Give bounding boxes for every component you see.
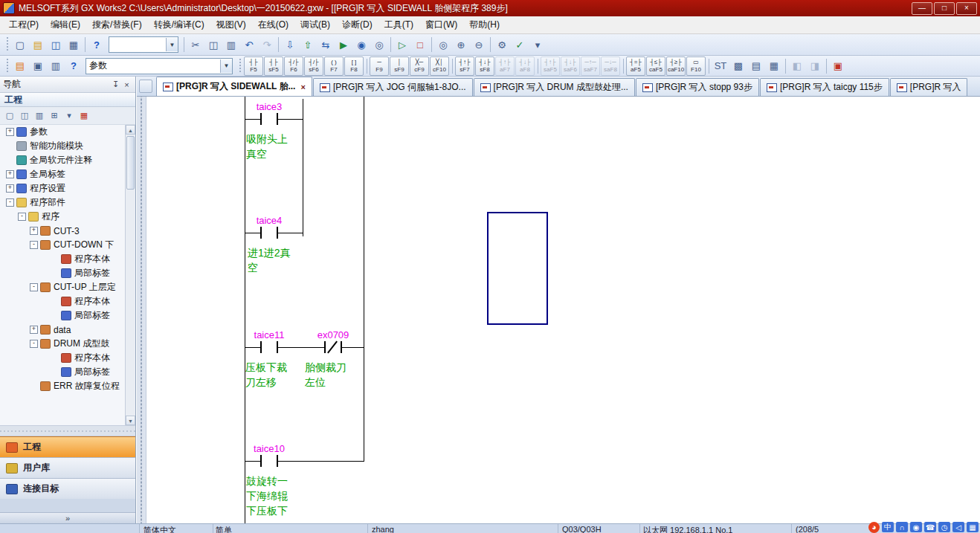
redo-icon[interactable]: ↷ — [258, 36, 276, 54]
panel-splitter[interactable] — [137, 97, 146, 524]
project-view-button[interactable]: 工程 — [0, 436, 135, 457]
tree-expander-icon[interactable]: - — [6, 198, 14, 207]
statement-edit-icon[interactable]: ▤ — [747, 57, 765, 75]
connection-destination-button[interactable]: 连接目标 — [0, 478, 135, 499]
menu-online[interactable]: 在线(O) — [252, 16, 294, 33]
panel-resize-grip[interactable] — [0, 425, 135, 436]
close-button[interactable]: × — [956, 2, 977, 15]
tree-item-err[interactable]: ERR 故障复位程 — [0, 379, 135, 393]
clock-icon[interactable]: ◷ — [938, 522, 950, 532]
parallel-close-contact-button[interactable]: ┤/├ sF6 — [304, 56, 323, 76]
tree-item-drum[interactable]: - DRUM 成型鼓 — [0, 337, 135, 351]
parallel-open-contact-button[interactable]: ┤├ sF5 — [264, 56, 283, 76]
ladder-editor[interactable]: taice3 吸附头上 真空 taice4 进1进2真 空 taice11 压板… — [137, 97, 980, 524]
ladder-key-button[interactable] — [367, 59, 367, 74]
tree-item-global-label[interactable]: + 全局标签 — [0, 167, 135, 181]
expand-all-icon[interactable]: ⊞ — [47, 109, 62, 123]
edit-line-button[interactable]: ▭ F10 — [686, 56, 706, 76]
horizontal-line-button[interactable]: ─ F9 — [370, 56, 389, 76]
application-instruction-button[interactable]: [ ] F8 — [344, 56, 364, 76]
invert-operation-button[interactable]: ─↑─ saF7 — [581, 56, 600, 76]
toolbar-icon[interactable] — [431, 37, 432, 52]
phone-icon[interactable]: ☎ — [924, 522, 936, 532]
pin-icon[interactable]: ↧ — [110, 80, 121, 89]
device-comment-edit-icon[interactable]: ▩ — [729, 57, 747, 75]
ime-icon[interactable]: 中 — [882, 522, 894, 532]
tab-taicgy[interactable]: [PRG]R 写入 taicgy 115步 — [760, 78, 889, 96]
monitor-write-mode-icon[interactable]: ◎ — [370, 36, 388, 54]
scrollbar-thumb[interactable] — [126, 136, 135, 190]
menu-view[interactable]: 视图(V) — [210, 16, 252, 33]
toolbar-icon[interactable] — [490, 37, 491, 52]
help2-icon[interactable]: ? — [65, 57, 83, 75]
start-monitor-icon[interactable]: ▷ — [393, 36, 411, 54]
print-icon[interactable]: ▦ — [65, 36, 83, 54]
toolbar-icon[interactable] — [390, 37, 391, 52]
undo-icon[interactable]: ↶ — [240, 36, 258, 54]
zoom-in-icon[interactable]: ⊕ — [452, 36, 470, 54]
invert-result-button[interactable]: ─↓─ saF8 — [601, 56, 620, 76]
tree-item-local-label[interactable]: 局部标签 — [0, 365, 135, 379]
program-check-icon[interactable]: ✓ — [511, 36, 529, 54]
tab-jog[interactable]: [PRG]R 写入 JOG 伺服轴1-8JO... — [313, 78, 473, 96]
tree-expander-icon[interactable]: - — [30, 340, 38, 348]
copy-icon[interactable]: ◫ — [204, 36, 222, 54]
tree-item-pou[interactable]: - 程序部件 — [0, 196, 135, 210]
tab-partial[interactable]: [PRG]R 写入 — [890, 78, 968, 96]
stop-monitor-icon[interactable]: □ — [411, 36, 429, 54]
falling-pulse-button[interactable]: ┤↓├ sF8 — [475, 56, 494, 76]
rising-pulse-button[interactable]: ┤↑├ sF7 — [455, 56, 474, 76]
tree-expander-icon[interactable]: + — [6, 170, 14, 178]
paste-icon[interactable]: ▥ — [222, 36, 240, 54]
user-library-button[interactable]: 用户库 — [0, 457, 135, 478]
vertical-line-button[interactable]: │ sF9 — [390, 56, 409, 76]
monitor-mode-icon[interactable]: ◉ — [352, 36, 370, 54]
browser-logo-icon[interactable]: ◕ — [868, 522, 880, 533]
toolbar-icon[interactable] — [826, 59, 827, 74]
cut-icon[interactable]: ✂ — [187, 36, 204, 54]
tree-item-program-body[interactable]: 程序本体 — [0, 252, 135, 266]
toolbar-grip[interactable] — [238, 59, 242, 74]
help-icon[interactable]: ? — [88, 36, 106, 54]
user-icon[interactable]: ◉ — [910, 522, 922, 532]
inline-st-icon[interactable]: ST — [712, 57, 729, 75]
tree-item-parameter[interactable]: + 参数 — [0, 125, 135, 139]
restore-button[interactable]: □ — [934, 2, 955, 15]
note-edit-icon[interactable]: ▦ — [765, 57, 783, 75]
mic-icon[interactable]: ∩ — [896, 522, 908, 532]
ladder-key-button[interactable] — [538, 59, 538, 74]
menu-project[interactable]: 工程(P) — [3, 16, 45, 33]
function-block-icon[interactable]: ▣ — [29, 57, 47, 75]
scroll-up-icon[interactable]: ▲ — [126, 125, 135, 135]
tree-item-program-setting[interactable]: + 程序设置 — [0, 181, 135, 196]
ladder-key-button[interactable] — [452, 59, 453, 74]
pulse-open-branch-button[interactable]: ┤↑├ saF5 — [541, 56, 560, 76]
more-dropdown-icon[interactable]: ▾ — [529, 36, 547, 54]
tree-expander-icon[interactable]: + — [30, 326, 38, 334]
compare-contact-button[interactable]: ┤=├ aF5 — [626, 56, 645, 76]
combo-dropdown-icon[interactable]: ▼ — [220, 59, 232, 73]
tree-item-cutup[interactable]: - CUT-UP 上层定 — [0, 280, 135, 294]
tree-item-intelligent-module[interactable]: 智能功能模块 — [0, 139, 135, 153]
settings-icon[interactable]: ⚙ — [493, 36, 511, 54]
toolbar-icon[interactable] — [785, 59, 786, 74]
tree-item-cutdown[interactable]: - CUT-DOWN 下 — [0, 238, 135, 252]
new-data-icon[interactable]: ▢ — [2, 109, 17, 123]
new-file-icon[interactable]: ▢ — [11, 36, 29, 54]
compare-le-button[interactable]: ┤≤├ caF5 — [646, 56, 665, 76]
ladder-combo[interactable]: 参数 ▼ — [86, 58, 233, 74]
paste-data-icon[interactable]: ▥ — [32, 109, 47, 123]
read-mode-icon[interactable]: ◨ — [806, 57, 824, 75]
find-icon[interactable]: ◎ — [434, 36, 452, 54]
tree-expander-icon[interactable]: - — [30, 283, 38, 291]
copy-data-icon[interactable]: ◫ — [17, 109, 32, 123]
tree-expander-icon[interactable]: - — [30, 241, 38, 249]
save-icon[interactable]: ◫ — [47, 36, 65, 54]
minimize-button[interactable]: — — [912, 2, 932, 15]
rising-pulse-close-button[interactable]: ┤↑├ aF7 — [495, 56, 515, 76]
ladder-edit-mode-icon[interactable]: ◧ — [788, 57, 806, 75]
tree-item-global-device-comment[interactable]: 全局软元件注释 — [0, 153, 135, 167]
remote-operation-icon[interactable]: ▶ — [335, 36, 352, 54]
menu-window[interactable]: 窗口(W) — [419, 16, 463, 33]
toolbar-icon[interactable] — [85, 37, 86, 52]
